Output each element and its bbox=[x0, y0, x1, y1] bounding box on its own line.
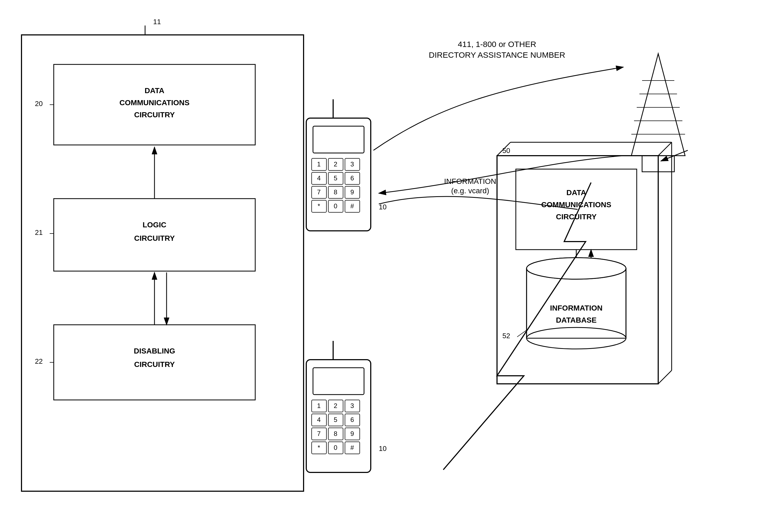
svg-text:0: 0 bbox=[334, 202, 337, 210]
annotation-info-1: INFORMATION bbox=[444, 177, 496, 185]
svg-text:7: 7 bbox=[317, 188, 321, 196]
phone-top-screen bbox=[313, 126, 364, 153]
label-20: 20 bbox=[35, 100, 43, 108]
label-21: 21 bbox=[35, 228, 43, 236]
svg-text:#: # bbox=[350, 444, 354, 451]
server-data-comm-label-2: COMMUNICATIONS bbox=[541, 201, 612, 209]
svg-text:2: 2 bbox=[334, 161, 337, 168]
data-comm-label-3: CIRCUITRY bbox=[134, 111, 175, 119]
label-10-top: 10 bbox=[379, 203, 387, 211]
svg-text:8: 8 bbox=[334, 188, 337, 196]
data-comm-label-2: COMMUNICATIONS bbox=[119, 99, 190, 107]
svg-text:7: 7 bbox=[317, 430, 321, 437]
info-db-label-2: DATABASE bbox=[556, 316, 597, 324]
phone-bottom-body bbox=[306, 360, 371, 472]
svg-text:0: 0 bbox=[334, 444, 337, 451]
logic-label-2: CIRCUITRY bbox=[134, 234, 175, 242]
diagram: 11 DATA COMMUNICATIONS CIRCUITRY 20 LOGI… bbox=[0, 0, 774, 532]
disabling-label-2: CIRCUITRY bbox=[134, 360, 175, 369]
svg-text:*: * bbox=[318, 202, 320, 210]
data-comm-label-1: DATA bbox=[144, 86, 164, 95]
label-22: 22 bbox=[35, 357, 43, 365]
svg-text:9: 9 bbox=[350, 188, 354, 196]
signal-wave-up-1 bbox=[373, 67, 623, 150]
svg-text:3: 3 bbox=[350, 161, 354, 168]
svg-text:5: 5 bbox=[334, 174, 337, 182]
lightning-bolt bbox=[443, 183, 591, 470]
svg-text:6: 6 bbox=[350, 174, 354, 182]
annotation-info-2: (e.g. vcard) bbox=[451, 187, 489, 195]
svg-line-64 bbox=[658, 370, 672, 384]
label-10-bottom: 10 bbox=[379, 444, 387, 453]
phone-bottom-screen bbox=[313, 368, 364, 395]
tower-shape bbox=[631, 54, 685, 156]
svg-text:#: # bbox=[350, 202, 354, 210]
signal-wave-down-1 bbox=[379, 156, 623, 193]
svg-text:6: 6 bbox=[350, 416, 354, 423]
svg-text:8: 8 bbox=[334, 430, 337, 437]
svg-text:1: 1 bbox=[317, 402, 321, 409]
phone-top-body bbox=[306, 118, 371, 231]
svg-text:4: 4 bbox=[317, 174, 321, 182]
logic-label-1: LOGIC bbox=[143, 221, 166, 229]
label-11: 11 bbox=[153, 18, 161, 26]
svg-text:2: 2 bbox=[334, 402, 337, 409]
svg-line-63 bbox=[658, 142, 672, 156]
svg-text:4: 4 bbox=[317, 416, 321, 423]
svg-text:3: 3 bbox=[350, 402, 354, 409]
svg-text:9: 9 bbox=[350, 430, 354, 437]
label-50: 50 bbox=[502, 147, 510, 155]
annotation-411-1: 411, 1-800 or OTHER bbox=[458, 40, 536, 49]
svg-text:1: 1 bbox=[317, 161, 321, 168]
info-db-label-1: INFORMATION bbox=[550, 304, 602, 312]
label-52: 52 bbox=[502, 332, 510, 340]
svg-text:*: * bbox=[318, 444, 320, 451]
annotation-411-2: DIRECTORY ASSISTANCE NUMBER bbox=[429, 50, 565, 59]
svg-text:5: 5 bbox=[334, 416, 337, 423]
server-data-comm-label-1: DATA bbox=[566, 188, 586, 197]
disabling-label-1: DISABLING bbox=[134, 347, 175, 355]
